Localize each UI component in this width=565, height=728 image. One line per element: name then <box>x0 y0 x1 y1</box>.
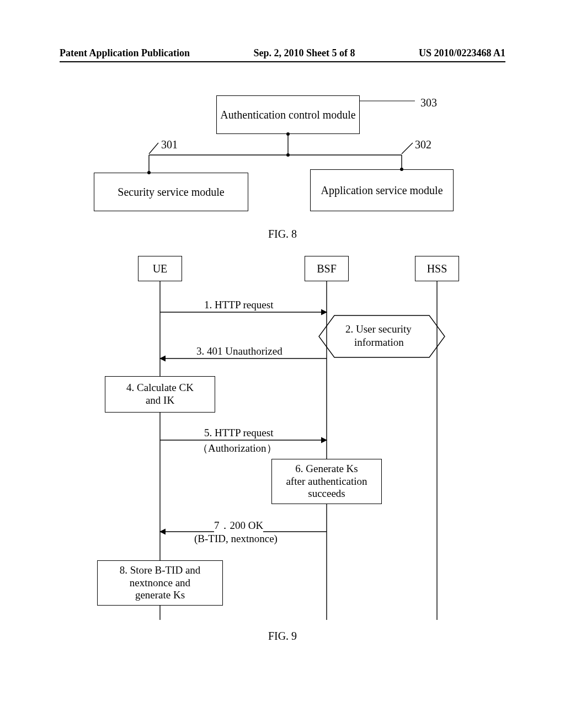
msg-7-line1: 7．200 OK <box>214 518 263 533</box>
actor-hss: HSS <box>415 256 459 281</box>
box-auth-control-module: Authentication control module <box>216 95 360 134</box>
svg-line-1 <box>149 143 158 154</box>
actor-bsf: BSF <box>305 256 349 281</box>
figure-8: Authentication control module Security s… <box>84 95 481 217</box>
box-step6-line3: succeeds <box>286 488 367 500</box>
svg-point-6 <box>286 153 290 157</box>
msg-2-line1: 2. User security <box>345 323 412 335</box>
label-301: 301 <box>161 138 178 151</box>
header-center: Sep. 2, 2010 Sheet 5 of 8 <box>254 47 355 59</box>
label-302: 302 <box>415 138 431 151</box>
header-right: US 2010/0223468 A1 <box>419 47 505 59</box>
actor-ue: UE <box>138 256 182 281</box>
svg-line-2 <box>402 143 413 154</box>
msg-1: 1. HTTP request <box>204 299 273 311</box>
box-step8-line3: generate Ks <box>120 589 201 602</box>
box-step6-line1: 6. Generate Ks <box>286 463 367 475</box>
box-step8-line2: nextnonce and <box>120 577 201 590</box>
box-step8-line1: 8. Store B-TID and <box>120 564 201 577</box>
box-step4: 4. Calculate CK and IK <box>105 376 215 413</box>
box-step4-line1: 4. Calculate CK <box>126 382 194 394</box>
figure-9: UE BSF HSS <box>95 256 470 620</box>
msg-2-line2: information <box>354 336 404 349</box>
msg-3: 3. 401 Unauthorized <box>196 345 282 357</box>
fig8-caption: FIG. 8 <box>60 228 505 240</box>
box-step4-line2: and IK <box>126 394 194 407</box>
box-application-service-module: Application service module <box>310 169 454 211</box>
msg-7-line2: (B-TID, nextnonce) <box>194 533 278 545</box>
msg-5-line2: （Authorization） <box>198 441 277 456</box>
patent-page: Patent Application Publication Sep. 2, 2… <box>0 0 565 728</box>
box-security-service-module: Security service module <box>94 173 248 211</box>
page-header: Patent Application Publication Sep. 2, 2… <box>60 47 505 62</box>
header-left: Patent Application Publication <box>60 47 190 59</box>
box-step6: 6. Generate Ks after authentication succ… <box>271 459 382 504</box>
box-step6-line2: after authentication <box>286 475 367 488</box>
fig9-caption: FIG. 9 <box>60 630 505 643</box>
msg-5-line1: 5. HTTP request <box>204 427 273 439</box>
box-step8: 8. Store B-TID and nextnonce and generat… <box>97 560 223 606</box>
label-303: 303 <box>420 97 437 109</box>
